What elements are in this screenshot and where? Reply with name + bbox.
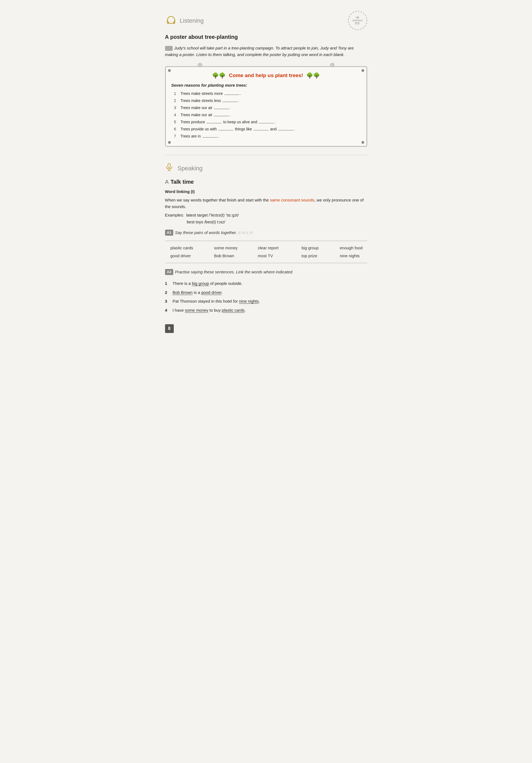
headphones-icon [165,15,177,27]
link-plastic-cards: plastic cards [222,308,244,312]
pair-row2-col5: nine nights [340,253,384,259]
pair-row2-col1: good driver [170,253,214,259]
link-nine-nights: nine nights [239,299,259,303]
section-letter: A [165,179,169,185]
a1-activity-badge: A1 Say these pairs of words together. [165,230,237,236]
talk-time-title: ATalk time [165,178,367,186]
poster-item-1: 1Trees make streets more . [174,91,361,96]
examples-label-row: Examples: latest target /ˈleɪtɪs(t) ˈtɑː… [165,212,367,218]
audio-icon[interactable] [165,46,173,51]
poster-item-5: 5Trees produce to keep us alive and . [174,119,361,125]
pair-row1-col3: clear report [258,245,302,251]
examples-label: Examples: [165,212,184,218]
intro-paragraph: Judy's school will take part in a tree-p… [165,45,367,58]
poster-box: 🌳🌳 Come and help us plant trees! 🌳🌳 Seve… [165,66,367,147]
pair-row2-col2: Bob Brown [214,253,258,259]
poster-item-7: 7Trees are in . [174,133,361,139]
pair-row1-col4: big group [302,245,340,251]
word-linking-description: When we say words together that finish a… [165,197,367,210]
tree-icon-1: 🌳🌳 [212,71,226,79]
same-consonant-highlight: same consonant sounds [270,198,314,202]
word-pairs-grid: plastic cards some money clear report bi… [165,245,367,259]
listening-title: Listening [180,16,204,25]
blank-7 [203,137,218,138]
sentence-1: 1 There is a big group of people outside… [165,280,367,287]
poster-heading-text: Come and help us plant trees! [229,72,303,79]
pin-left [198,63,202,67]
corner-dot-bl [168,141,171,144]
pair-row1-col1: plastic cards [170,245,214,251]
a2-activity-badge: A2 Practise saying these sentences. Link… [165,269,294,275]
a2-instruction: Practise saying these sentences. Link th… [175,269,294,275]
corner-dot-br [362,141,364,144]
section-divider-1 [165,155,367,155]
example-2: best toys /bes(t) tɔɪz/ [187,219,225,225]
blank-2 [222,102,237,102]
word-linking-title: Word linking (I) [165,189,367,195]
link-bob-brown: Bob Brown [173,290,193,295]
pair-row1-col2: some money [214,245,258,251]
poster-items-list: 1Trees make streets more . 2Trees make s… [171,91,361,139]
poster-pins [165,63,367,67]
link-some-money: some money [185,308,209,312]
page-number-area: 8 [165,324,367,333]
word-pairs-container: plastic cards some money clear report bi… [165,241,367,263]
example-1: latest target /ˈleɪtɪs(t) ˈtɑːɡɪt/ [186,212,239,218]
sentence-2: 2 Bob Brown is a good driver. [165,289,367,296]
blank-5a [207,123,222,123]
a2-badge-label: A2 [165,269,173,275]
corner-dot-tr [362,69,364,72]
listening-title-group: Listening [165,15,204,27]
speaking-section-header: Speaking [165,162,367,175]
poster-item-4: 4Trees make our air . [174,112,361,118]
corner-dot-tl [168,69,171,72]
pair-row2-col3: most TV [258,253,302,259]
speaking-title: Speaking [178,164,203,173]
poster-item-6: 6Trees provide us with things like and . [174,126,361,132]
microphone-icon [165,162,175,175]
sentence-4: 4 I have some money to buy plastic cards… [165,307,367,314]
stamp-badge: #集SDRSNC慧及 [348,11,367,30]
watermark: 佐 加 注 良 [238,230,252,235]
listening-poster-title: A poster about tree-planting [165,33,367,41]
pair-row2-col4: top prize [302,253,340,259]
link-good-driver: good driver [201,290,222,295]
examples-block: Examples: latest target /ˈleɪtɪs(t) ˈtɑː… [165,212,367,225]
poster-subheading: Seven reasons for planting more trees: [171,82,361,89]
listening-section-header: Listening #集SDRSNC慧及 [165,11,367,30]
pair-row1-col5: enough food [340,245,384,251]
example-2-row: best toys /bes(t) tɔɪz/ [187,219,367,225]
link-big-group: big group [192,281,209,286]
stamp-text: #集SDRSNC慧及 [352,16,363,25]
poster-item-3: 3Trees make our air . [174,105,361,111]
a1-instruction: Say these pairs of words together. [175,230,237,236]
page-number-box: 8 [165,324,174,333]
blank-5b [259,123,274,123]
poster-container: 🌳🌳 Come and help us plant trees! 🌳🌳 Seve… [165,63,367,147]
poster-item-2: 2Trees make streets less . [174,98,361,104]
blank-4 [214,116,229,116]
sentence-3: 3 Pat Thomson stayed in this hotel for n… [165,298,367,304]
pin-right [330,63,334,67]
blank-3 [214,109,229,109]
tree-icon-2: 🌳🌳 [306,71,320,79]
poster-heading-row: 🌳🌳 Come and help us plant trees! 🌳🌳 [171,71,361,79]
a1-badge-label: A1 [165,230,173,236]
sentences-list: 1 There is a big group of people outside… [165,280,367,313]
svg-point-5 [168,164,170,168]
